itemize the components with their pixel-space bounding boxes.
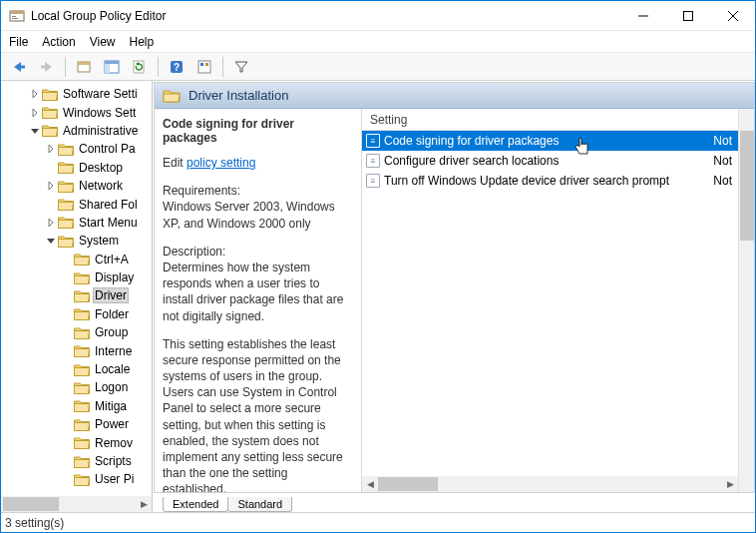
toolbar-help-icon[interactable]: ?	[165, 56, 189, 78]
toolbar-properties-icon[interactable]	[72, 56, 96, 78]
toolbar-options-icon[interactable]	[192, 56, 216, 78]
tree-item[interactable]: Scripts	[1, 452, 152, 470]
policy-icon: ≡	[366, 154, 380, 168]
tree-item[interactable]: System	[1, 232, 152, 250]
tree-item-label: Mitiga	[94, 399, 128, 413]
menu-view[interactable]: View	[90, 35, 116, 49]
tree-item-label: User Pi	[94, 472, 135, 486]
tree-item[interactable]: Windows Sett	[1, 103, 152, 121]
expander-blank	[61, 381, 73, 393]
maximize-button[interactable]	[665, 1, 710, 30]
tree-item-label: Remov	[94, 436, 134, 450]
tree-item-label: Logon	[94, 380, 129, 394]
tree-item[interactable]: Folder	[1, 305, 152, 323]
tree-item-label: Desktop	[78, 161, 124, 175]
close-button[interactable]	[710, 1, 755, 30]
list-row[interactable]: ≡Code signing for driver packagesNot	[362, 131, 738, 151]
tree-item-label: Shared Fol	[78, 198, 139, 212]
menu-file[interactable]: File	[9, 35, 28, 49]
svg-rect-2	[12, 16, 16, 17]
policy-icon: ≡	[366, 134, 380, 148]
tree-item-label: Scripts	[94, 454, 133, 468]
tree-item[interactable]: Shared Fol	[1, 195, 152, 213]
list-row-state: Not	[713, 154, 738, 168]
svg-rect-3	[12, 18, 18, 19]
tree-item-label: Power	[94, 417, 130, 431]
tree-item[interactable]: Mitiga	[1, 397, 152, 415]
menu-action[interactable]: Action	[42, 35, 75, 49]
breadcrumb: Driver Installation	[155, 83, 754, 109]
toolbar-refresh-icon[interactable]	[128, 56, 152, 78]
tree-item-label: Driver	[94, 288, 128, 302]
edit-policy-link[interactable]: policy setting	[187, 156, 255, 170]
list-row-label: Configure driver search locations	[384, 154, 559, 168]
expander-blank	[61, 326, 73, 338]
list-row[interactable]: ≡Configure driver search locationsNot	[362, 151, 738, 171]
tree-item-label: Control Pa	[78, 142, 137, 156]
toolbar-pane-icon[interactable]	[100, 56, 124, 78]
chevron-right-icon[interactable]	[45, 217, 57, 229]
tree-item[interactable]: Group	[1, 323, 152, 341]
tree-pane[interactable]: Software SettiWindows SettAdministrative…	[1, 81, 153, 512]
tree-item-label: Network	[78, 179, 124, 193]
window-title: Local Group Policy Editor	[31, 9, 620, 23]
chevron-right-icon[interactable]	[45, 180, 57, 192]
tree-item[interactable]: Ctrl+A	[1, 251, 152, 268]
forward-button[interactable]	[35, 56, 59, 78]
title-bar: Local Group Policy Editor	[1, 1, 755, 31]
detail-desc-text2: This setting establishes the least secur…	[163, 336, 351, 492]
chevron-right-icon[interactable]	[45, 143, 57, 155]
tree-item[interactable]: Desktop	[1, 159, 152, 177]
list-vertical-scrollbar[interactable]	[738, 109, 754, 492]
detail-desc-label: Description:	[163, 245, 225, 259]
chevron-right-icon[interactable]	[29, 107, 41, 119]
list-row-state: Not	[713, 174, 738, 188]
chevron-down-icon[interactable]	[45, 235, 57, 247]
tree-item[interactable]: Interne	[1, 341, 152, 359]
list-horizontal-scrollbar[interactable]: ◀▶	[362, 476, 738, 492]
expander-blank	[61, 455, 73, 467]
list-row-label: Code signing for driver packages	[384, 134, 559, 148]
tree-item[interactable]: Driver	[1, 286, 152, 304]
tree-item[interactable]: Display	[1, 268, 152, 286]
svg-text:?: ?	[174, 62, 180, 73]
tree-item-label: Software Setti	[62, 87, 139, 101]
tree-item-label: Start Menu	[78, 216, 139, 230]
tab-extended[interactable]: Extended	[163, 497, 228, 512]
tree-item-label: Ctrl+A	[94, 253, 130, 266]
tree-item[interactable]: Network	[1, 177, 152, 195]
tab-standard[interactable]: Standard	[227, 497, 292, 512]
tree-item-label: Display	[94, 270, 135, 284]
expander-blank	[45, 162, 57, 174]
status-text: 3 setting(s)	[5, 516, 64, 530]
minimize-button[interactable]	[620, 1, 665, 30]
tree-item[interactable]: Locale	[1, 360, 152, 378]
chevron-down-icon[interactable]	[29, 125, 41, 137]
svg-rect-8	[20, 65, 25, 68]
list-header-setting[interactable]: Setting	[370, 113, 407, 127]
svg-rect-19	[200, 63, 203, 66]
tree-horizontal-scrollbar[interactable]: ▶	[1, 496, 152, 512]
list-row-label: Turn off Windows Update device driver se…	[384, 174, 669, 188]
tree-item[interactable]: Logon	[1, 378, 152, 396]
expander-blank	[61, 271, 73, 283]
tree-item[interactable]: Power	[1, 415, 152, 433]
toolbar-filter-icon[interactable]	[229, 56, 253, 78]
svg-rect-20	[205, 63, 208, 66]
tree-item[interactable]: Administrative	[1, 122, 152, 140]
menu-help[interactable]: Help	[130, 35, 155, 49]
svg-rect-14	[105, 64, 110, 73]
list-header[interactable]: Setting	[362, 109, 738, 131]
tree-item[interactable]: Control Pa	[1, 140, 152, 158]
list-row[interactable]: ≡Turn off Windows Update device driver s…	[362, 171, 738, 191]
tree-item-label: Locale	[94, 362, 131, 376]
expander-blank	[61, 418, 73, 430]
tree-item[interactable]: User Pi	[1, 470, 152, 488]
tree-item[interactable]: Software Setti	[1, 85, 152, 103]
expander-blank	[61, 345, 73, 357]
tree-item[interactable]: Remov	[1, 433, 152, 451]
tree-item[interactable]: Start Menu	[1, 214, 152, 232]
chevron-right-icon[interactable]	[29, 88, 41, 100]
toolbar: ?	[1, 53, 755, 81]
back-button[interactable]	[7, 56, 31, 78]
